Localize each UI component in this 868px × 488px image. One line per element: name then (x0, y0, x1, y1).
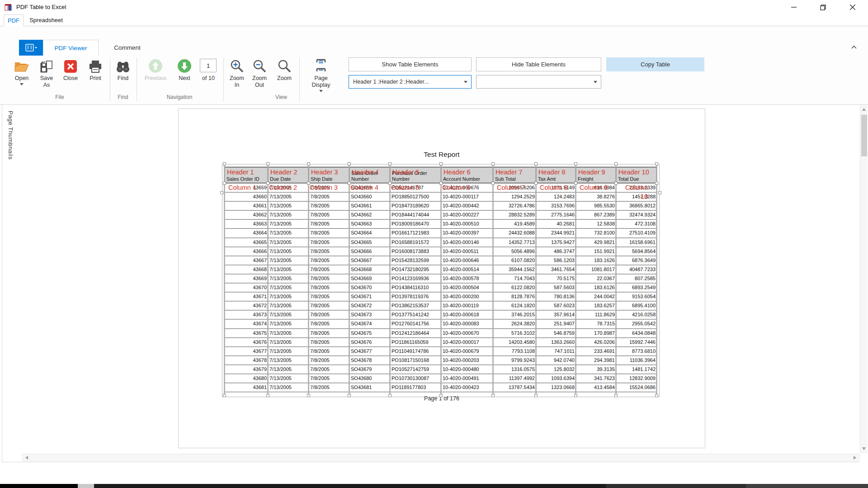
selection-handle[interactable] (574, 162, 577, 165)
cell-value: SO43660 (351, 194, 372, 199)
header-element[interactable]: Header 10Total Due (616, 167, 657, 183)
ribbon-tab-pdf-viewer[interactable]: PDF Viewer (43, 40, 99, 56)
table-cell[interactable]: Column 27/13/2005 (268, 183, 309, 192)
cell-value: SO43669 (351, 276, 372, 281)
selection-handle[interactable] (534, 162, 538, 165)
ribbon-tab-comment[interactable]: Comment (99, 40, 156, 56)
selection-handle[interactable] (655, 394, 658, 397)
restore-button[interactable] (810, 0, 835, 14)
selection-handle[interactable] (223, 182, 226, 185)
zoom-in-button[interactable]: Zoom In (226, 58, 248, 101)
header-element[interactable]: Header 6Account Number (441, 167, 493, 183)
cell-value: 7/13/2005 (269, 267, 292, 272)
selection-handle[interactable] (388, 394, 392, 397)
selection-handle[interactable] (223, 162, 226, 165)
header-element[interactable]: Header 1Sales Order ID (225, 167, 268, 183)
selection-handle[interactable] (614, 394, 618, 397)
selection-handle[interactable] (655, 162, 658, 165)
cell-value: 10-4020-000117 (443, 194, 479, 199)
cell-value: 151.9921 (594, 249, 615, 254)
selection-handle[interactable] (223, 394, 226, 397)
selection-handle[interactable] (534, 182, 538, 185)
table-cell: 586.1203 (536, 256, 576, 265)
open-button[interactable]: Open (10, 58, 33, 101)
selection-handle[interactable] (348, 182, 351, 185)
tab-pdf[interactable]: PDF (4, 14, 24, 26)
selection-handle[interactable] (439, 182, 443, 185)
table-cell: 7/13/2005 (268, 202, 309, 210)
selection-handle[interactable] (574, 394, 577, 397)
page-display-button[interactable]: Page Display (304, 58, 338, 101)
header-element[interactable]: Header 5Purchase Order Number (390, 167, 441, 183)
table-cell: 7/13/2005 (268, 301, 309, 310)
table-cell: 10-4020-000618 (441, 310, 493, 319)
header-element[interactable]: Header 8Tax Amt (536, 167, 576, 183)
print-button[interactable]: Print (84, 58, 107, 101)
selection-handle[interactable] (491, 162, 495, 165)
table-cell[interactable]: Column 81971.5149 (536, 183, 576, 192)
selection-handle[interactable] (266, 182, 269, 185)
table-cell: 6893.2549 (616, 283, 657, 292)
table-cell: PO18444174044 (390, 211, 441, 219)
table-cell[interactable]: Column 4SO43659 (349, 183, 390, 192)
selection-handle[interactable] (307, 162, 310, 165)
table-cell[interactable]: Column 720565.6206 (493, 183, 536, 192)
cell-value: 40.2681 (557, 221, 575, 226)
header-element[interactable]: Header 9Freight (576, 167, 616, 183)
scroll-down-icon[interactable] (862, 447, 866, 450)
selection-handle[interactable] (266, 162, 269, 165)
cell-value: 1294.2529 (511, 194, 535, 199)
copy-table-button[interactable]: Copy Table (606, 57, 704, 71)
header-element[interactable]: Header 7Sub Total (493, 167, 536, 183)
selection-handle[interactable] (348, 394, 351, 397)
horizontal-scrollbar[interactable] (22, 454, 860, 461)
selection-handle[interactable] (658, 191, 661, 194)
selection-handle[interactable] (220, 191, 223, 194)
selection-handle[interactable] (534, 394, 538, 397)
header-element[interactable]: Header 3Ship Date (309, 167, 349, 183)
header-element-label: Header 4 (352, 168, 379, 176)
table-cell[interactable]: Column 37/8/2005 (309, 183, 349, 192)
cell-value: 43679 (253, 366, 267, 372)
close-window-button[interactable] (840, 0, 865, 14)
table-cell[interactable]: Column 9616.0984 (576, 183, 616, 192)
table-cell[interactable]: Column 5PO522145787 (390, 183, 441, 192)
table-cell: 10-4020-000679 (441, 347, 493, 356)
scroll-left-icon[interactable] (25, 456, 28, 460)
selection-handle[interactable] (388, 162, 392, 165)
minimize-button[interactable] (781, 0, 807, 14)
selection-handle[interactable] (307, 182, 310, 185)
table-cell[interactable]: Column 610-4020-000676 (441, 183, 493, 192)
page-number-input[interactable] (200, 59, 217, 72)
secondary-selector-dropdown[interactable] (476, 75, 601, 89)
selection-handle[interactable] (348, 162, 351, 165)
tab-spreadsheet[interactable]: Spreadsheet (27, 14, 65, 26)
selection-handle[interactable] (439, 162, 443, 165)
selection-handle[interactable] (574, 182, 577, 185)
hide-table-elements-button[interactable]: Hide Table Elements (476, 57, 601, 71)
app-menu-button[interactable] (19, 40, 43, 56)
header-element[interactable]: Header 4Sales Order Number (349, 167, 390, 183)
selection-handle[interactable] (439, 394, 443, 397)
selection-handle[interactable] (655, 182, 658, 185)
scroll-right-icon[interactable] (854, 456, 856, 460)
selection-handle[interactable] (266, 394, 269, 397)
table-cell[interactable]: Column 143659 (225, 183, 268, 192)
scroll-up-icon[interactable] (862, 108, 866, 111)
selection-handle[interactable] (307, 394, 310, 397)
vertical-scroll-thumb[interactable] (861, 115, 867, 156)
header-selector-dropdown[interactable]: Header 1 ;Header 2 ;Header... (349, 75, 472, 89)
table-cell[interactable]: Column 1023153.2339 (616, 183, 657, 192)
selection-handle[interactable] (491, 182, 495, 185)
page-thumbnails-panel-label[interactable]: Page Thumbnails (7, 111, 14, 160)
table-cell: PO14123169936 (390, 274, 441, 283)
table-cell: 7/8/2005 (309, 383, 349, 392)
selection-handle[interactable] (388, 182, 392, 185)
vertical-scrollbar[interactable] (860, 105, 868, 453)
header-element[interactable]: Header 2Due Date (268, 167, 309, 183)
selection-handle[interactable] (614, 182, 618, 185)
selection-handle[interactable] (614, 162, 618, 165)
selection-handle[interactable] (491, 394, 495, 397)
show-table-elements-button[interactable]: Show Table Elements (349, 57, 472, 71)
collapse-ribbon-button[interactable] (848, 42, 860, 53)
